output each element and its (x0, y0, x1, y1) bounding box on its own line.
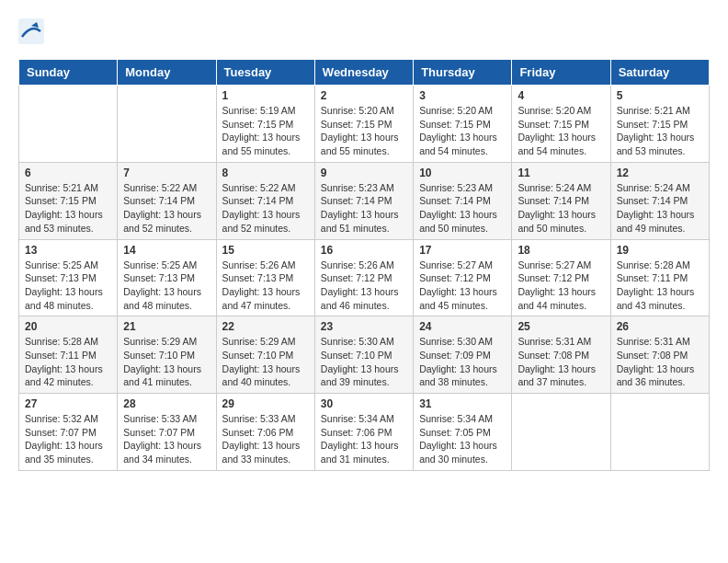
calendar-week-row: 6Sunrise: 5:21 AM Sunset: 7:15 PM Daylig… (19, 162, 710, 239)
calendar-cell: 27Sunrise: 5:32 AM Sunset: 7:07 PM Dayli… (19, 394, 118, 471)
calendar-cell: 17Sunrise: 5:27 AM Sunset: 7:12 PM Dayli… (414, 239, 512, 316)
day-number: 26 (617, 320, 703, 333)
calendar-cell: 22Sunrise: 5:29 AM Sunset: 7:10 PM Dayli… (216, 316, 314, 394)
calendar-cell: 15Sunrise: 5:26 AM Sunset: 7:13 PM Dayli… (216, 239, 314, 316)
calendar-cell: 11Sunrise: 5:24 AM Sunset: 7:14 PM Dayli… (512, 162, 610, 239)
day-info: Sunrise: 5:26 AM Sunset: 7:13 PM Dayligh… (222, 259, 309, 313)
day-number: 17 (419, 244, 506, 257)
weekday-header-wednesday: Wednesday (314, 60, 413, 86)
calendar-cell (19, 86, 118, 163)
weekday-header-friday: Friday (512, 60, 610, 86)
day-info: Sunrise: 5:32 AM Sunset: 7:07 PM Dayligh… (25, 412, 111, 466)
page-header (18, 18, 710, 44)
day-info: Sunrise: 5:28 AM Sunset: 7:11 PM Dayligh… (617, 259, 703, 313)
day-number: 18 (518, 244, 604, 257)
day-number: 31 (419, 397, 506, 410)
calendar-cell: 26Sunrise: 5:31 AM Sunset: 7:08 PM Dayli… (610, 316, 709, 394)
day-info: Sunrise: 5:34 AM Sunset: 7:06 PM Dayligh… (321, 412, 407, 466)
day-info: Sunrise: 5:34 AM Sunset: 7:05 PM Dayligh… (419, 412, 506, 466)
calendar-cell: 9Sunrise: 5:23 AM Sunset: 7:14 PM Daylig… (314, 162, 413, 239)
calendar-cell: 7Sunrise: 5:22 AM Sunset: 7:14 PM Daylig… (118, 162, 216, 239)
day-info: Sunrise: 5:28 AM Sunset: 7:11 PM Dayligh… (25, 335, 111, 389)
calendar-week-row: 20Sunrise: 5:28 AM Sunset: 7:11 PM Dayli… (19, 316, 710, 394)
weekday-header-row: SundayMondayTuesdayWednesdayThursdayFrid… (19, 60, 710, 86)
day-number: 24 (419, 320, 506, 333)
day-number: 4 (518, 89, 604, 102)
calendar-cell: 8Sunrise: 5:22 AM Sunset: 7:14 PM Daylig… (216, 162, 314, 239)
day-info: Sunrise: 5:23 AM Sunset: 7:14 PM Dayligh… (419, 181, 506, 236)
day-info: Sunrise: 5:24 AM Sunset: 7:14 PM Dayligh… (518, 181, 604, 236)
weekday-header-thursday: Thursday (414, 60, 512, 86)
logo-icon (18, 18, 44, 44)
day-info: Sunrise: 5:25 AM Sunset: 7:13 PM Dayligh… (25, 259, 111, 313)
calendar-table: SundayMondayTuesdayWednesdayThursdayFrid… (18, 59, 710, 471)
calendar-cell: 16Sunrise: 5:26 AM Sunset: 7:12 PM Dayli… (314, 239, 413, 316)
calendar-week-row: 13Sunrise: 5:25 AM Sunset: 7:13 PM Dayli… (19, 239, 710, 316)
calendar-header: SundayMondayTuesdayWednesdayThursdayFrid… (19, 60, 710, 86)
day-info: Sunrise: 5:20 AM Sunset: 7:15 PM Dayligh… (518, 104, 604, 158)
day-info: Sunrise: 5:26 AM Sunset: 7:12 PM Dayligh… (321, 259, 407, 313)
day-info: Sunrise: 5:30 AM Sunset: 7:09 PM Dayligh… (419, 335, 506, 389)
day-number: 1 (222, 89, 309, 102)
calendar-cell: 21Sunrise: 5:29 AM Sunset: 7:10 PM Dayli… (118, 316, 216, 394)
calendar-cell: 25Sunrise: 5:31 AM Sunset: 7:08 PM Dayli… (512, 316, 610, 394)
day-number: 3 (419, 89, 506, 102)
calendar-body: 1Sunrise: 5:19 AM Sunset: 7:15 PM Daylig… (19, 86, 710, 471)
day-number: 12 (617, 167, 703, 179)
calendar-cell: 6Sunrise: 5:21 AM Sunset: 7:15 PM Daylig… (19, 162, 118, 239)
day-number: 27 (25, 397, 111, 410)
calendar-cell: 10Sunrise: 5:23 AM Sunset: 7:14 PM Dayli… (414, 162, 512, 239)
calendar-cell: 4Sunrise: 5:20 AM Sunset: 7:15 PM Daylig… (512, 86, 610, 163)
calendar-cell: 13Sunrise: 5:25 AM Sunset: 7:13 PM Dayli… (19, 239, 118, 316)
day-info: Sunrise: 5:20 AM Sunset: 7:15 PM Dayligh… (419, 104, 506, 158)
day-info: Sunrise: 5:21 AM Sunset: 7:15 PM Dayligh… (617, 104, 703, 158)
calendar-cell (610, 394, 709, 471)
calendar-cell: 2Sunrise: 5:20 AM Sunset: 7:15 PM Daylig… (314, 86, 413, 163)
day-number: 28 (123, 397, 210, 410)
day-number: 20 (25, 320, 111, 333)
calendar-cell: 12Sunrise: 5:24 AM Sunset: 7:14 PM Dayli… (610, 162, 709, 239)
weekday-header-sunday: Sunday (19, 60, 118, 86)
day-info: Sunrise: 5:21 AM Sunset: 7:15 PM Dayligh… (25, 181, 111, 236)
day-number: 13 (25, 244, 111, 257)
day-number: 10 (419, 167, 506, 179)
day-info: Sunrise: 5:20 AM Sunset: 7:15 PM Dayligh… (321, 104, 407, 158)
day-info: Sunrise: 5:25 AM Sunset: 7:13 PM Dayligh… (123, 259, 210, 313)
calendar-cell: 1Sunrise: 5:19 AM Sunset: 7:15 PM Daylig… (216, 86, 314, 163)
day-info: Sunrise: 5:31 AM Sunset: 7:08 PM Dayligh… (617, 335, 703, 389)
day-info: Sunrise: 5:27 AM Sunset: 7:12 PM Dayligh… (518, 259, 604, 313)
day-number: 6 (25, 167, 111, 179)
day-info: Sunrise: 5:24 AM Sunset: 7:14 PM Dayligh… (617, 181, 703, 236)
calendar-cell: 28Sunrise: 5:33 AM Sunset: 7:07 PM Dayli… (118, 394, 216, 471)
calendar-cell: 23Sunrise: 5:30 AM Sunset: 7:10 PM Dayli… (314, 316, 413, 394)
day-info: Sunrise: 5:29 AM Sunset: 7:10 PM Dayligh… (123, 335, 210, 389)
day-number: 22 (222, 320, 309, 333)
day-info: Sunrise: 5:33 AM Sunset: 7:07 PM Dayligh… (123, 412, 210, 466)
day-info: Sunrise: 5:33 AM Sunset: 7:06 PM Dayligh… (222, 412, 309, 466)
day-number: 9 (321, 167, 407, 179)
day-number: 19 (617, 244, 703, 257)
day-number: 8 (222, 167, 309, 179)
calendar-cell: 20Sunrise: 5:28 AM Sunset: 7:11 PM Dayli… (19, 316, 118, 394)
calendar-cell: 18Sunrise: 5:27 AM Sunset: 7:12 PM Dayli… (512, 239, 610, 316)
day-number: 23 (321, 320, 407, 333)
day-number: 21 (123, 320, 210, 333)
calendar-cell: 30Sunrise: 5:34 AM Sunset: 7:06 PM Dayli… (314, 394, 413, 471)
day-number: 2 (321, 89, 407, 102)
logo (18, 18, 48, 44)
calendar-cell: 14Sunrise: 5:25 AM Sunset: 7:13 PM Dayli… (118, 239, 216, 316)
day-info: Sunrise: 5:22 AM Sunset: 7:14 PM Dayligh… (222, 181, 309, 236)
calendar-cell: 5Sunrise: 5:21 AM Sunset: 7:15 PM Daylig… (610, 86, 709, 163)
day-number: 14 (123, 244, 210, 257)
day-number: 30 (321, 397, 407, 410)
calendar-cell: 19Sunrise: 5:28 AM Sunset: 7:11 PM Dayli… (610, 239, 709, 316)
calendar-cell: 24Sunrise: 5:30 AM Sunset: 7:09 PM Dayli… (414, 316, 512, 394)
day-info: Sunrise: 5:23 AM Sunset: 7:14 PM Dayligh… (321, 181, 407, 236)
day-number: 15 (222, 244, 309, 257)
day-number: 25 (518, 320, 604, 333)
day-info: Sunrise: 5:27 AM Sunset: 7:12 PM Dayligh… (419, 259, 506, 313)
day-info: Sunrise: 5:29 AM Sunset: 7:10 PM Dayligh… (222, 335, 309, 389)
day-info: Sunrise: 5:31 AM Sunset: 7:08 PM Dayligh… (518, 335, 604, 389)
day-info: Sunrise: 5:30 AM Sunset: 7:10 PM Dayligh… (321, 335, 407, 389)
day-number: 7 (123, 167, 210, 179)
